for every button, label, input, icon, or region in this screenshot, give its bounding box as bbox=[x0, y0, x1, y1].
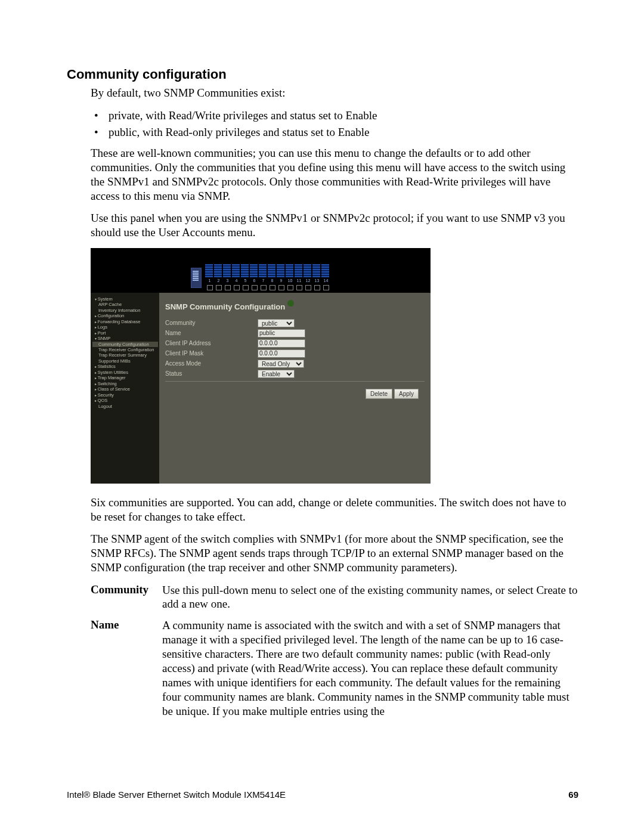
document-page: Community configuration By default, two … bbox=[0, 0, 644, 833]
definition-list: Community Use this pull-down menu to sel… bbox=[91, 583, 578, 719]
nav-item[interactable]: Logout bbox=[92, 404, 158, 409]
footer-product: Intel® Blade Server Ethernet Switch Modu… bbox=[67, 789, 286, 800]
nav-item[interactable]: Logs bbox=[92, 324, 158, 330]
body-text: By default, two SNMP Communities exist: … bbox=[91, 86, 578, 575]
nav-item[interactable]: SNMP bbox=[92, 336, 158, 342]
def-body: Use this pull-down menu to select one of… bbox=[162, 583, 578, 612]
field-label: Name bbox=[165, 330, 258, 337]
port-number-row: 123 456 789 101112 1314 bbox=[205, 278, 330, 284]
nav-item[interactable]: Supported MIBs bbox=[92, 358, 158, 364]
field-label: Client IP Address bbox=[165, 340, 258, 348]
nav-item[interactable]: System bbox=[92, 296, 158, 302]
nav-item[interactable]: Security bbox=[92, 392, 158, 398]
footer-page-number: 69 bbox=[568, 789, 578, 800]
field-label: Status bbox=[165, 370, 258, 378]
nav-item[interactable]: Forwarding Database bbox=[92, 319, 158, 325]
bullet-list: private, with Read/Write privileges and … bbox=[91, 109, 578, 140]
client-ip-input[interactable] bbox=[258, 339, 305, 348]
paragraph: Use this panel when you are using the SN… bbox=[91, 211, 578, 240]
status-select[interactable]: Enable bbox=[258, 370, 295, 378]
bullet-item: private, with Read/Write privileges and … bbox=[91, 109, 578, 123]
client-mask-input[interactable] bbox=[258, 349, 305, 358]
apply-button[interactable]: Apply bbox=[394, 389, 419, 399]
nav-item[interactable]: Trap Receiver Summary bbox=[92, 352, 158, 358]
nav-tree: SystemARP CacheInventory InformationConf… bbox=[91, 293, 159, 484]
nav-item[interactable]: Configuration bbox=[92, 313, 158, 319]
field-label: Access Mode bbox=[165, 360, 258, 368]
community-select[interactable]: public bbox=[258, 319, 295, 327]
panel-title: SNMP Community Configuration bbox=[165, 300, 425, 312]
name-input[interactable] bbox=[258, 329, 305, 337]
port-box-row bbox=[205, 285, 330, 290]
nav-item[interactable]: Class of Service bbox=[92, 386, 158, 392]
nav-item[interactable]: Inventory Information bbox=[92, 308, 158, 313]
paragraph: These are well-known communities; you ca… bbox=[91, 146, 578, 203]
nav-item[interactable]: Trap Manager bbox=[92, 375, 158, 381]
def-term: Name bbox=[91, 618, 162, 719]
def-term: Community bbox=[91, 583, 162, 612]
field-label: Client IP Mask bbox=[165, 350, 258, 358]
intro-paragraph: By default, two SNMP Communities exist: bbox=[91, 86, 578, 100]
nav-item[interactable]: Community Configuration bbox=[92, 342, 158, 347]
nav-item[interactable]: Trap Receiver Configuration bbox=[92, 347, 158, 352]
nav-item[interactable]: System Utilities bbox=[92, 370, 158, 376]
config-panel: SNMP Community Configuration Community p… bbox=[159, 293, 431, 484]
nav-item[interactable]: QOS bbox=[92, 398, 158, 404]
def-body: A community name is associated with the … bbox=[162, 618, 578, 719]
paragraph: The SNMP agent of the switch complies wi… bbox=[91, 532, 578, 574]
section-title: Community configuration bbox=[67, 67, 578, 82]
nav-item[interactable]: Statistics bbox=[92, 364, 158, 370]
nav-item[interactable]: ARP Cache bbox=[92, 302, 158, 307]
field-label: Community bbox=[165, 320, 258, 327]
chassis-header: 123 456 789 101112 1314 bbox=[91, 248, 431, 293]
chassis-icon bbox=[191, 268, 202, 288]
paragraph: Six communities are supported. You can a… bbox=[91, 496, 578, 524]
nav-item[interactable]: Switching bbox=[92, 381, 158, 387]
bullet-item: public, with Read-only privileges and st… bbox=[91, 125, 578, 140]
access-mode-select[interactable]: Read Only bbox=[258, 360, 304, 368]
delete-button[interactable]: Delete bbox=[366, 389, 392, 399]
page-footer: Intel® Blade Server Ethernet Switch Modu… bbox=[67, 789, 578, 800]
port-bar-row bbox=[205, 264, 330, 277]
embedded-screenshot: 123 456 789 101112 1314 bbox=[91, 248, 431, 484]
nav-item[interactable]: Port bbox=[92, 330, 158, 336]
